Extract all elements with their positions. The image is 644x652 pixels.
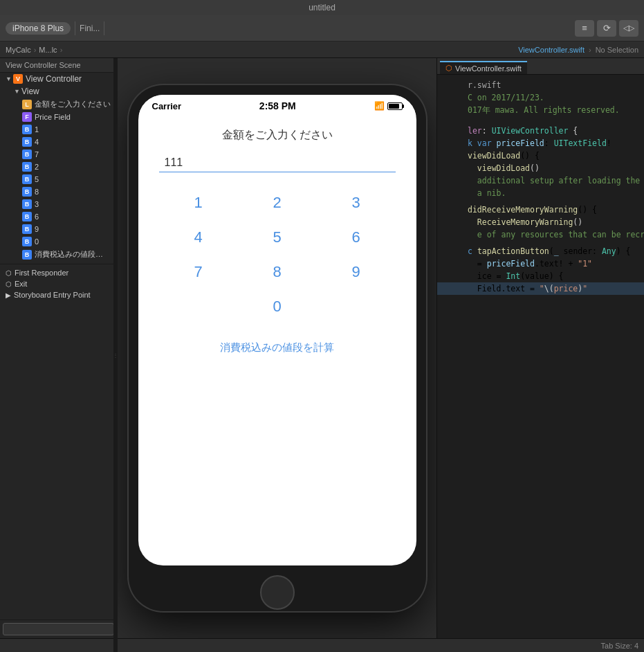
- line-num: [443, 162, 459, 174]
- outline-item-btn5[interactable]: B 5: [0, 173, 117, 185]
- expand-arrow-vc: ▼: [6, 75, 12, 82]
- line-num: [443, 104, 459, 116]
- outline-item-label[interactable]: L 金額をご入力ください: [0, 98, 117, 111]
- outline-label-exit: Exit: [15, 280, 27, 288]
- icon-storyboard-entry: ▶: [6, 291, 11, 299]
- outline-label-view: View: [21, 87, 39, 96]
- outline-item-pricefield[interactable]: F Price Field: [0, 111, 117, 123]
- outline-item-calc-btn[interactable]: B 消費税込みの値段を…: [0, 248, 117, 261]
- outline-item-btn3[interactable]: B 3: [0, 198, 117, 210]
- badge-B7: B: [22, 150, 32, 159]
- code-text: ice = Int(value) {: [468, 270, 563, 282]
- outline-label-title: 金額をご入力ください: [35, 99, 111, 109]
- scene-outline-header: View Controller Scene: [0, 58, 117, 73]
- code-text: C on 2017/11/23.: [468, 91, 544, 104]
- calc-input[interactable]: [159, 154, 396, 172]
- outline-label-btn0: 0: [35, 237, 39, 246]
- outline-label-btn4: 4: [35, 138, 39, 146]
- outline-item-exit[interactable]: ⬡ Exit: [0, 278, 117, 289]
- outline-item-btn0[interactable]: B 0: [0, 235, 117, 248]
- code-text: = priceField.text! + "1": [468, 257, 592, 270]
- keypad-btn-3[interactable]: 3: [335, 189, 377, 217]
- line-num: [443, 216, 459, 228]
- outline-label-btn2: 2: [35, 163, 39, 171]
- outline-item-first-responder[interactable]: ⬡ First Responder: [0, 267, 117, 278]
- line-num: [443, 125, 459, 137]
- keypad-btn-9[interactable]: 9: [335, 258, 377, 286]
- keypad-btn-2[interactable]: 2: [257, 189, 298, 217]
- nav-menu-btn[interactable]: ≡: [575, 20, 594, 37]
- split-btn[interactable]: ◁▷: [619, 20, 638, 37]
- outline-item-vc[interactable]: ▼ V View Controller: [0, 73, 117, 85]
- keypad-row-1: 1 2 3: [159, 189, 396, 217]
- outline-item-btn1[interactable]: B 1: [0, 123, 117, 136]
- code-lines: r.swift C on 2017/11/23. 017年 mawa. All …: [437, 75, 644, 299]
- home-button[interactable]: [260, 575, 295, 610]
- code-line: e of any resources that can be recreated…: [437, 228, 644, 241]
- code-line: C on 2017/11/23.: [437, 91, 644, 104]
- toolbar-right: ≡ ⟳ ◁▷: [575, 20, 638, 37]
- code-line: viewDidLoad(): [437, 162, 644, 174]
- code-line: k var priceField: UITextField!: [437, 137, 644, 150]
- code-tab-label: ViewController.swift: [455, 64, 522, 73]
- code-text: Field.text = "\(price)": [468, 282, 587, 295]
- badge-B2: B: [22, 162, 32, 172]
- outline-item-btn8[interactable]: B 8: [0, 185, 117, 198]
- outline-item-btn7[interactable]: B 7: [0, 148, 117, 161]
- outline-item-btn2[interactable]: B 2: [0, 161, 117, 173]
- scheme-selector[interactable]: Fini...: [80, 24, 100, 33]
- breadcrumb-mycalc[interactable]: MyCalc: [6, 46, 31, 54]
- outline-label-btn1: 1: [35, 125, 39, 134]
- status-icons: 📶: [374, 101, 403, 111]
- code-line: ReceiveMemoryWarning(): [437, 216, 644, 228]
- outline-item-view[interactable]: ▼ View: [0, 85, 117, 98]
- keypad-btn-6[interactable]: 6: [335, 224, 377, 251]
- code-text: viewDidLoad(): [468, 162, 540, 174]
- code-text: c tapActionButton(_ sender: Any) {: [468, 245, 630, 257]
- breadcrumb-file[interactable]: ViewController.swift: [518, 46, 585, 54]
- bottom-bar: Tab Size: 4: [0, 638, 644, 652]
- keypad-btn-1[interactable]: 1: [178, 189, 219, 217]
- line-num: [443, 174, 459, 187]
- code-line: viewDidLoad() {: [437, 150, 644, 162]
- outline-label-btn5: 5: [35, 175, 39, 183]
- keypad-btn-5[interactable]: 5: [257, 224, 298, 251]
- outline-search-area: [0, 619, 117, 638]
- keypad-btn-7[interactable]: 7: [178, 258, 219, 286]
- keypad-btn-8[interactable]: 8: [257, 258, 298, 286]
- code-text: didReceiveMemoryWarning() {: [468, 203, 597, 216]
- swift-file-icon: ⬡: [445, 64, 452, 73]
- device-selector[interactable]: iPhone 8 Plus: [6, 22, 71, 35]
- outline-item-storyboard-entry[interactable]: ▶ Storyboard Entry Point: [0, 289, 117, 300]
- keypad-row-3: 7 8 9: [159, 258, 396, 286]
- outline-item-btn9[interactable]: B 9: [0, 223, 117, 235]
- code-line: 017年 mawa. All rights reserved.: [437, 104, 644, 116]
- line-num: [443, 228, 459, 241]
- outline-label-calc: 消費税込みの値段を…: [35, 249, 104, 260]
- iphone-frame: Carrier 2:58 PM 📶 金額をご入力ください: [129, 85, 426, 611]
- breadcrumb-sep2: ›: [60, 46, 63, 54]
- outline-label-btn8: 8: [35, 188, 39, 196]
- outline-item-btn6[interactable]: B 6: [0, 210, 117, 223]
- line-num: [443, 245, 459, 257]
- refresh-btn[interactable]: ⟳: [597, 20, 616, 37]
- code-text: e of any resources that can be recreated…: [468, 228, 644, 241]
- home-button-area: [138, 575, 416, 610]
- calc-action-button[interactable]: 消費税込みの値段を計算: [220, 341, 334, 354]
- outline-search-input[interactable]: [3, 623, 114, 635]
- badge-B3: B: [22, 199, 32, 209]
- keypad-btn-0[interactable]: 0: [257, 293, 298, 320]
- code-line: Field.text = "\(price)": [437, 282, 644, 295]
- outline-item-btn4[interactable]: B 4: [0, 136, 117, 148]
- code-text: ReceiveMemoryWarning(): [468, 216, 582, 228]
- iphone-screen: Carrier 2:58 PM 📶 金額をご入力ください: [138, 95, 416, 565]
- code-editor: ⬡ ViewController.swift r.swift C on 2017…: [436, 58, 644, 638]
- keypad-row-2: 4 5 6: [159, 224, 396, 251]
- badge-L: L: [22, 100, 32, 109]
- code-tab-bar: ⬡ ViewController.swift: [437, 58, 644, 75]
- breadcrumb-no-selection: No Selection: [596, 46, 638, 54]
- code-tab-vc[interactable]: ⬡ ViewController.swift: [440, 61, 527, 74]
- keypad-btn-4[interactable]: 4: [178, 224, 219, 251]
- breadcrumb-mlc[interactable]: M...lc: [39, 46, 57, 54]
- outline-resize-handle[interactable]: ⋮: [113, 58, 118, 638]
